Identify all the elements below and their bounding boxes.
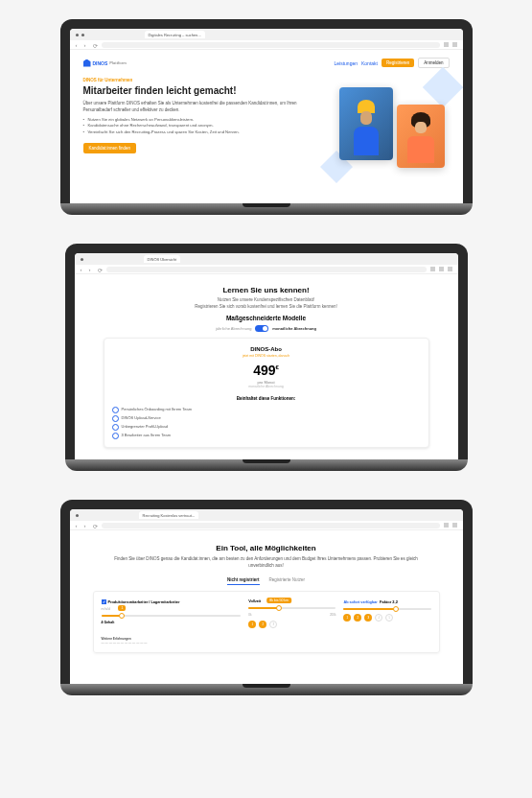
reload-icon[interactable]: ⟳ bbox=[93, 523, 98, 528]
nav-link-services[interactable]: Leistungen bbox=[335, 60, 358, 66]
browser-chrome: Digitales Recruiting – suchen... bbox=[70, 29, 463, 40]
laptop-base bbox=[65, 459, 468, 471]
hero-images bbox=[335, 78, 450, 183]
screen: Digitales Recruiting – suchen... ‹ › ⟳ D… bbox=[70, 29, 463, 203]
addr-actions bbox=[444, 42, 457, 47]
preheading: DINOS für Unternehmen bbox=[83, 78, 323, 82]
factor-slider[interactable] bbox=[343, 608, 430, 610]
pricing-card: DINOS-Abo jetzt mit DINOS starten, danac… bbox=[104, 338, 429, 448]
section-sub: Nutzen Sie unsere Kundenspezifischen Dat… bbox=[104, 297, 429, 302]
ext-icon[interactable] bbox=[439, 267, 444, 271]
ext-icon[interactable] bbox=[444, 523, 449, 528]
browser-tab[interactable]: Recruiting Kostenlos vertraut... bbox=[139, 511, 199, 519]
avail-row: Ab sofort verfügbar Faktor 2,2 bbox=[343, 599, 430, 604]
address-bar[interactable] bbox=[102, 523, 440, 528]
window-dot bbox=[76, 34, 79, 36]
slider-ends: 0k200k bbox=[248, 613, 335, 617]
toggle-label-monthly[interactable]: monatliche Abrechnung bbox=[272, 326, 316, 331]
headline: Mitarbeiter finden leicht gemacht! bbox=[83, 85, 323, 97]
bullet-item: Kandidatensuche ohne Recherscheaufwand, … bbox=[83, 123, 323, 129]
back-icon[interactable]: ‹ bbox=[76, 523, 81, 528]
ext-icon[interactable] bbox=[448, 267, 452, 271]
screen-frame: Recruiting Kostenlos vertraut... ‹ › ⟳ E… bbox=[60, 500, 473, 684]
bullet-item: Nutzen Sie ein globales Netzwerk an Pers… bbox=[83, 117, 323, 124]
section-heading: Ein Tool, alle Möglichkeiten bbox=[93, 544, 440, 552]
decoration-diamond bbox=[422, 67, 462, 107]
stamp[interactable]: 2 bbox=[354, 614, 361, 622]
page-content: Ein Tool, alle Möglichkeiten Finden Sie … bbox=[70, 530, 463, 684]
checkbox-icon[interactable] bbox=[102, 599, 106, 604]
role-label: Produktionsmitarbeiter / Lagermitarbeite… bbox=[102, 599, 242, 604]
salary-slider[interactable]: 1 bbox=[102, 615, 242, 617]
nav-link-contact[interactable]: Kontakt bbox=[361, 60, 378, 66]
option-stamps: 1 2 3 bbox=[248, 621, 335, 628]
forward-icon[interactable]: › bbox=[84, 42, 89, 47]
hero: DINOS für Unternehmen Mitarbeiter finden… bbox=[83, 78, 450, 183]
time-label: Vollzeit bbox=[248, 599, 335, 603]
ext-icon[interactable] bbox=[452, 42, 457, 47]
toggle-label-yearly[interactable]: jährliche Abrechnung bbox=[216, 326, 251, 331]
cta-button[interactable]: Kandidat:innen finden bbox=[83, 143, 137, 153]
register-button[interactable]: Registrieren bbox=[382, 59, 414, 67]
hero-photo-professional bbox=[397, 105, 445, 168]
billing-toggle: jährliche Abrechnung monatliche Abrechnu… bbox=[104, 325, 429, 332]
window-dot bbox=[76, 514, 79, 517]
screen: DINOS Übersicht ‹ › ⟳ Lernen Sie uns ken… bbox=[75, 253, 458, 459]
plan-period-note: monatliche Abrechnung bbox=[112, 385, 421, 388]
window-dot bbox=[81, 258, 83, 261]
bullet-item: Vereinfacht Sie sich den Recruiting-Proz… bbox=[83, 129, 323, 136]
plan-name: DINOS-Abo bbox=[112, 346, 421, 352]
calculator-widget: Produktionsmitarbeiter / Lagermitarbeite… bbox=[93, 591, 440, 653]
nav-right: Leistungen Kontakt Registrieren Anmelden bbox=[335, 58, 450, 68]
forward-icon[interactable]: › bbox=[84, 523, 89, 528]
calc-col-time: Vollzeit 8k bis 50 km 0k200k 1 2 3 bbox=[248, 599, 335, 632]
browser-tab[interactable]: DINOS Übersicht bbox=[144, 255, 181, 263]
feature-item: 3 Bearbeiter aus Ihrem Team bbox=[112, 431, 421, 439]
ext-icon[interactable] bbox=[452, 523, 457, 528]
calc-col-avail: Ab sofort verfügbar Faktor 2,2 1 2 3 4 5 bbox=[343, 599, 430, 625]
stamp[interactable]: 3 bbox=[364, 614, 372, 622]
screen-frame: Digitales Recruiting – suchen... ‹ › ⟳ D… bbox=[60, 19, 473, 203]
feature-item: DINOS Upload-Service bbox=[112, 413, 421, 422]
browser-chrome: DINOS Übersicht bbox=[75, 253, 458, 265]
back-icon[interactable]: ‹ bbox=[81, 267, 85, 271]
tab-registered[interactable]: Registrierte Nutzer bbox=[269, 577, 306, 585]
calc-row: Produktionsmitarbeiter / Lagermitarbeite… bbox=[102, 599, 431, 632]
logo[interactable]: DINOS Plattform bbox=[83, 59, 127, 67]
ext-icon[interactable] bbox=[444, 42, 449, 47]
address-bar[interactable] bbox=[106, 267, 427, 272]
reload-icon[interactable]: ⟳ bbox=[98, 267, 103, 271]
ext-icon[interactable] bbox=[430, 267, 435, 271]
logo-text: DINOS bbox=[93, 60, 108, 66]
feature-item: Persönliches Onboarding mit Ihrem Team bbox=[112, 405, 421, 413]
feature-item: Unbegrenzter Profil-Upload bbox=[112, 422, 421, 431]
logo-subtext: Plattform bbox=[109, 60, 127, 65]
forward-icon[interactable]: › bbox=[89, 267, 94, 271]
hero-body: Über unsere Plattform DINOS erhalten Sie… bbox=[83, 101, 323, 114]
back-icon[interactable]: ‹ bbox=[76, 42, 81, 47]
browser-tab[interactable]: Digitales Recruiting – suchen... bbox=[145, 31, 205, 38]
stamp[interactable]: 2 bbox=[259, 621, 266, 628]
stamp[interactable]: 3 bbox=[269, 621, 277, 628]
range-slider[interactable]: 8k bis 50 km bbox=[248, 607, 335, 609]
stamp[interactable]: 5 bbox=[385, 614, 393, 622]
stamp[interactable]: 1 bbox=[248, 621, 256, 628]
address-bar[interactable] bbox=[102, 42, 440, 48]
option-stamps: 1 2 3 4 5 bbox=[343, 614, 430, 622]
toggle-switch[interactable] bbox=[255, 325, 268, 332]
window-dot bbox=[81, 34, 84, 36]
reload-icon[interactable]: ⟳ bbox=[93, 42, 98, 47]
tab-unregistered[interactable]: Nicht registriert bbox=[227, 577, 260, 585]
plan-price: 499€ bbox=[112, 363, 421, 378]
login-button[interactable]: Anmelden bbox=[418, 58, 449, 68]
stamp[interactable]: 4 bbox=[375, 614, 382, 622]
bullet-list: Nutzen Sie ein globales Netzwerk an Pers… bbox=[83, 117, 323, 136]
calc-col-role: Produktionsmitarbeiter / Lagermitarbeite… bbox=[102, 599, 242, 624]
address-bar-row: ‹ › ⟳ bbox=[70, 40, 463, 50]
calc-footer: Weitere Erfahrungen — — — — — — — — — — … bbox=[102, 637, 431, 645]
section-sub: Registrieren Sie sich vorab kostenfrei u… bbox=[104, 304, 429, 309]
page-content: DINOS Plattform Leistungen Kontakt Regis… bbox=[70, 50, 463, 203]
hero-photo-worker bbox=[339, 87, 393, 160]
stamp[interactable]: 1 bbox=[343, 614, 351, 622]
browser-chrome: Recruiting Kostenlos vertraut... bbox=[70, 509, 463, 521]
